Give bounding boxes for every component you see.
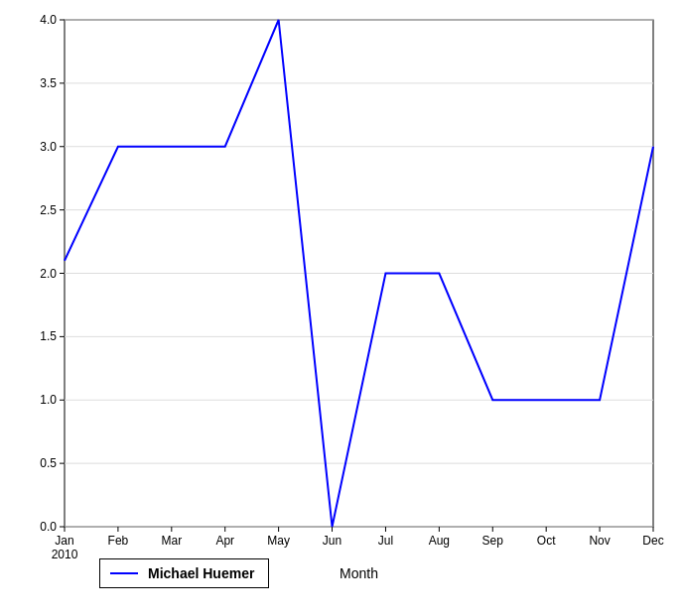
svg-text:Sep: Sep (482, 534, 504, 548)
svg-text:Mar: Mar (161, 534, 182, 548)
svg-text:4.0: 4.0 (40, 13, 57, 27)
svg-text:Feb: Feb (108, 534, 129, 548)
svg-text:Jan: Jan (55, 534, 73, 548)
svg-text:Nov: Nov (589, 534, 610, 548)
chart-container: 0.00.51.01.52.02.53.03.54.0Jan2010FebMar… (0, 0, 683, 616)
svg-text:0.5: 0.5 (40, 456, 57, 470)
svg-text:Apr: Apr (215, 534, 234, 548)
svg-text:Dec: Dec (642, 534, 663, 548)
legend-line (110, 572, 138, 574)
svg-text:Jul: Jul (378, 534, 393, 548)
svg-text:2010: 2010 (52, 548, 78, 561)
legend-box: Michael Huemer (99, 558, 269, 588)
svg-text:Month: Month (340, 565, 378, 581)
legend-label: Michael Huemer (148, 565, 254, 581)
svg-text:2.0: 2.0 (40, 267, 57, 281)
svg-text:Oct: Oct (537, 534, 556, 548)
svg-text:0.0: 0.0 (40, 520, 57, 534)
svg-text:Jun: Jun (323, 534, 342, 548)
svg-text:3.5: 3.5 (40, 76, 57, 90)
svg-text:1.5: 1.5 (40, 329, 57, 343)
svg-text:2.5: 2.5 (40, 203, 57, 217)
svg-text:Aug: Aug (429, 534, 450, 548)
svg-text:1.0: 1.0 (40, 393, 57, 407)
svg-text:3.0: 3.0 (40, 140, 57, 154)
svg-text:May: May (267, 534, 290, 548)
chart-svg: 0.00.51.01.52.02.53.03.54.0Jan2010FebMar… (0, 0, 683, 616)
